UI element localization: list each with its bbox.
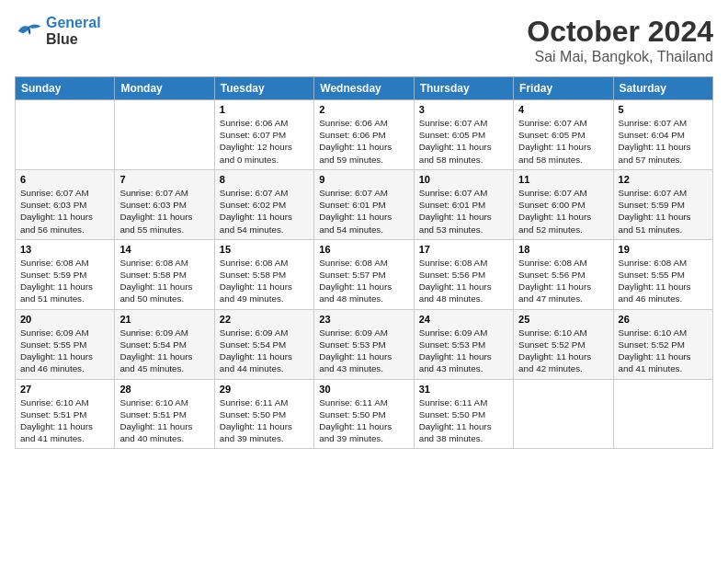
calendar-cell: 28Sunrise: 6:10 AM Sunset: 5:51 PM Dayli… [115, 379, 214, 449]
day-info: Sunrise: 6:08 AM Sunset: 5:55 PM Dayligh… [619, 257, 708, 305]
column-header-wednesday: Wednesday [314, 77, 414, 100]
day-number: 25 [518, 314, 608, 325]
calendar-cell: 18Sunrise: 6:08 AM Sunset: 5:56 PM Dayli… [514, 239, 613, 309]
day-number: 31 [419, 384, 508, 395]
calendar-cell: 17Sunrise: 6:08 AM Sunset: 5:56 PM Dayli… [414, 239, 513, 309]
day-number: 29 [220, 384, 309, 395]
calendar-cell: 16Sunrise: 6:08 AM Sunset: 5:57 PM Dayli… [314, 239, 414, 309]
day-number: 14 [119, 244, 209, 255]
day-info: Sunrise: 6:07 AM Sunset: 6:00 PM Dayligh… [518, 187, 608, 236]
day-number: 6 [20, 174, 109, 185]
calendar-week-row: 20Sunrise: 6:09 AM Sunset: 5:55 PM Dayli… [16, 309, 713, 379]
day-number: 5 [619, 104, 708, 115]
day-info: Sunrise: 6:07 AM Sunset: 6:05 PM Dayligh… [518, 117, 608, 166]
day-info: Sunrise: 6:10 AM Sunset: 5:51 PM Dayligh… [20, 396, 109, 445]
day-info: Sunrise: 6:08 AM Sunset: 5:59 PM Dayligh… [20, 257, 109, 305]
day-info: Sunrise: 6:07 AM Sunset: 6:03 PM Dayligh… [119, 187, 209, 236]
day-number: 8 [220, 174, 309, 185]
day-info: Sunrise: 6:11 AM Sunset: 5:50 PM Dayligh… [419, 396, 508, 445]
day-number: 21 [119, 314, 209, 325]
day-info: Sunrise: 6:09 AM Sunset: 5:55 PM Dayligh… [20, 327, 109, 375]
day-number: 3 [419, 104, 508, 115]
day-info: Sunrise: 6:09 AM Sunset: 5:54 PM Dayligh… [119, 327, 209, 375]
calendar-cell: 6Sunrise: 6:07 AM Sunset: 6:03 PM Daylig… [16, 169, 115, 239]
calendar-cell: 26Sunrise: 6:10 AM Sunset: 5:52 PM Dayli… [613, 309, 712, 379]
day-info: Sunrise: 6:07 AM Sunset: 6:03 PM Dayligh… [20, 187, 109, 236]
day-info: Sunrise: 6:11 AM Sunset: 5:50 PM Dayligh… [319, 396, 408, 445]
calendar-title: October 2024 [527, 15, 713, 49]
calendar-cell: 30Sunrise: 6:11 AM Sunset: 5:50 PM Dayli… [314, 379, 414, 449]
day-number: 4 [518, 104, 608, 115]
day-number: 12 [619, 174, 708, 185]
day-info: Sunrise: 6:08 AM Sunset: 5:56 PM Dayligh… [518, 257, 608, 305]
calendar-cell: 5Sunrise: 6:07 AM Sunset: 6:04 PM Daylig… [613, 100, 712, 170]
calendar-cell: 7Sunrise: 6:07 AM Sunset: 6:03 PM Daylig… [115, 169, 214, 239]
day-number: 18 [518, 244, 608, 255]
calendar-subtitle: Sai Mai, Bangkok, Thailand [527, 49, 713, 65]
day-number: 11 [518, 174, 608, 185]
day-info: Sunrise: 6:09 AM Sunset: 5:53 PM Dayligh… [419, 327, 508, 375]
day-info: Sunrise: 6:07 AM Sunset: 6:05 PM Dayligh… [419, 117, 508, 166]
calendar-cell: 9Sunrise: 6:07 AM Sunset: 6:01 PM Daylig… [314, 169, 414, 239]
day-number: 19 [619, 244, 708, 255]
calendar-cell: 25Sunrise: 6:10 AM Sunset: 5:52 PM Dayli… [514, 309, 613, 379]
calendar-cell [16, 100, 115, 170]
day-info: Sunrise: 6:08 AM Sunset: 5:57 PM Dayligh… [319, 257, 408, 305]
day-number: 9 [319, 174, 408, 185]
calendar-cell: 27Sunrise: 6:10 AM Sunset: 5:51 PM Dayli… [16, 379, 115, 449]
calendar-title-block: October 2024 Sai Mai, Bangkok, Thailand [527, 15, 713, 65]
day-number: 22 [220, 314, 309, 325]
calendar-cell: 23Sunrise: 6:09 AM Sunset: 5:53 PM Dayli… [314, 309, 414, 379]
day-info: Sunrise: 6:11 AM Sunset: 5:50 PM Dayligh… [220, 396, 309, 445]
calendar-cell: 4Sunrise: 6:07 AM Sunset: 6:05 PM Daylig… [514, 100, 613, 170]
calendar-week-row: 27Sunrise: 6:10 AM Sunset: 5:51 PM Dayli… [16, 379, 713, 449]
day-number: 16 [319, 244, 408, 255]
day-info: Sunrise: 6:10 AM Sunset: 5:51 PM Dayligh… [119, 396, 209, 445]
calendar-cell: 1Sunrise: 6:06 AM Sunset: 6:07 PM Daylig… [214, 100, 313, 170]
day-info: Sunrise: 6:08 AM Sunset: 5:58 PM Dayligh… [220, 257, 309, 305]
day-number: 24 [419, 314, 508, 325]
calendar-cell: 14Sunrise: 6:08 AM Sunset: 5:58 PM Dayli… [115, 239, 214, 309]
day-info: Sunrise: 6:09 AM Sunset: 5:54 PM Dayligh… [220, 327, 309, 375]
day-number: 27 [20, 384, 109, 395]
day-number: 30 [319, 384, 408, 395]
column-header-monday: Monday [115, 77, 214, 100]
day-number: 13 [20, 244, 109, 255]
column-header-thursday: Thursday [414, 77, 513, 100]
column-header-tuesday: Tuesday [214, 77, 313, 100]
day-number: 10 [419, 174, 508, 185]
calendar-cell: 29Sunrise: 6:11 AM Sunset: 5:50 PM Dayli… [214, 379, 313, 449]
calendar-cell: 19Sunrise: 6:08 AM Sunset: 5:55 PM Dayli… [613, 239, 712, 309]
calendar-cell: 24Sunrise: 6:09 AM Sunset: 5:53 PM Dayli… [414, 309, 513, 379]
calendar-cell: 21Sunrise: 6:09 AM Sunset: 5:54 PM Dayli… [115, 309, 214, 379]
calendar-cell: 31Sunrise: 6:11 AM Sunset: 5:50 PM Dayli… [414, 379, 513, 449]
calendar-cell [514, 379, 613, 449]
day-info: Sunrise: 6:07 AM Sunset: 5:59 PM Dayligh… [619, 187, 708, 236]
column-header-sunday: Sunday [16, 77, 115, 100]
day-info: Sunrise: 6:08 AM Sunset: 5:56 PM Dayligh… [419, 257, 508, 305]
day-number: 15 [220, 244, 309, 255]
calendar-week-row: 13Sunrise: 6:08 AM Sunset: 5:59 PM Dayli… [16, 239, 713, 309]
day-number: 17 [419, 244, 508, 255]
column-header-friday: Friday [514, 77, 613, 100]
calendar-table: SundayMondayTuesdayWednesdayThursdayFrid… [15, 76, 713, 449]
day-number: 20 [20, 314, 109, 325]
calendar-cell: 20Sunrise: 6:09 AM Sunset: 5:55 PM Dayli… [16, 309, 115, 379]
day-info: Sunrise: 6:07 AM Sunset: 6:01 PM Dayligh… [419, 187, 508, 236]
logo-text: General Blue [46, 15, 101, 48]
calendar-week-row: 1Sunrise: 6:06 AM Sunset: 6:07 PM Daylig… [16, 100, 713, 170]
day-info: Sunrise: 6:07 AM Sunset: 6:04 PM Dayligh… [619, 117, 708, 166]
day-info: Sunrise: 6:10 AM Sunset: 5:52 PM Dayligh… [619, 327, 708, 375]
day-number: 2 [319, 104, 408, 115]
calendar-cell: 2Sunrise: 6:06 AM Sunset: 6:06 PM Daylig… [314, 100, 414, 170]
calendar-cell: 13Sunrise: 6:08 AM Sunset: 5:59 PM Dayli… [16, 239, 115, 309]
day-info: Sunrise: 6:08 AM Sunset: 5:58 PM Dayligh… [119, 257, 209, 305]
day-number: 7 [119, 174, 209, 185]
column-header-saturday: Saturday [613, 77, 712, 100]
day-info: Sunrise: 6:09 AM Sunset: 5:53 PM Dayligh… [319, 327, 408, 375]
page-header: General Blue October 2024 Sai Mai, Bangk… [15, 15, 713, 65]
calendar-cell: 11Sunrise: 6:07 AM Sunset: 6:00 PM Dayli… [514, 169, 613, 239]
calendar-cell: 12Sunrise: 6:07 AM Sunset: 5:59 PM Dayli… [613, 169, 712, 239]
day-info: Sunrise: 6:10 AM Sunset: 5:52 PM Dayligh… [518, 327, 608, 375]
day-info: Sunrise: 6:06 AM Sunset: 6:06 PM Dayligh… [319, 117, 408, 166]
